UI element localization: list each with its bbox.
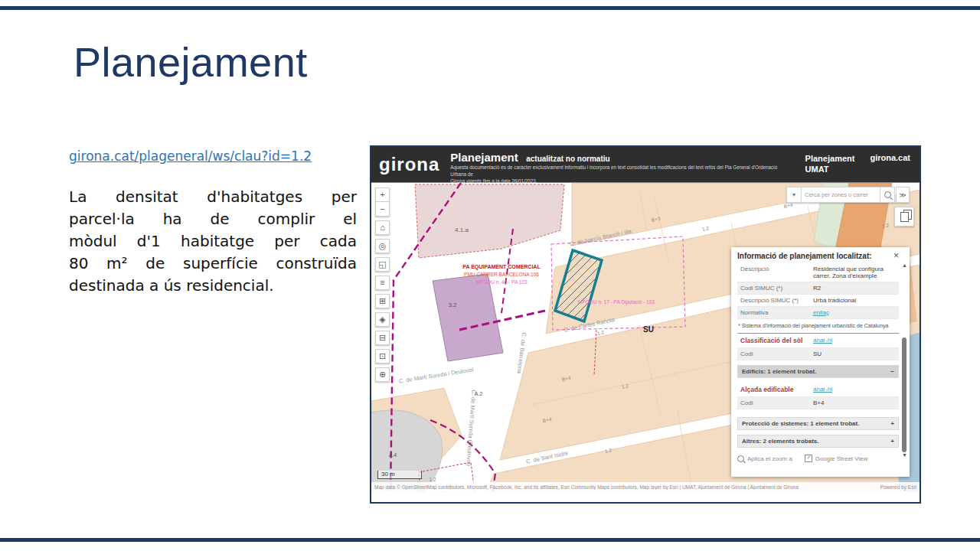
map-attribution: Map data © OpenStreetMap contributors, M… [371, 482, 920, 492]
parcel-code: B+4 [783, 202, 793, 209]
external-link-icon [805, 455, 812, 462]
panel-footer: Aplica el zoom a Google Street View [737, 455, 899, 462]
scroll-up-icon[interactable]: ▲ [902, 262, 907, 268]
body-paragraph: La densitat d'habitatges per parcel·la h… [69, 186, 357, 297]
search-source-dropdown[interactable]: ▾ [786, 187, 802, 203]
pages-icon [900, 212, 909, 222]
planning-info-panel: Informació de planejament localitzat: × … [731, 247, 910, 477]
panel-row: Normativa enllaç [737, 307, 899, 319]
street-label: C. de Martí Sureda (Deulovol) [465, 390, 477, 467]
map-canvas[interactable]: C. de Narcís Blanch i Illa C. de Carles … [371, 183, 920, 492]
zoom-icon [737, 455, 744, 462]
girona-url-link[interactable]: girona.cat/plageneral/ws/clau?id=1.2 [69, 148, 312, 164]
zone-label: A.2 [475, 391, 483, 396]
app-title: Planejament [450, 151, 518, 164]
locate-button[interactable]: ◎ [375, 239, 390, 253]
powered-by-esri: Powered by Esri [880, 484, 916, 490]
section-proteccio[interactable]: Protecció de sistemes: 1 element trobat.… [737, 417, 899, 430]
collapse-icon: − [890, 368, 894, 375]
header-app-name[interactable]: Planejament [805, 153, 855, 164]
layers-button[interactable]: ◈ [375, 312, 390, 327]
measure-button[interactable]: ⊡ [375, 349, 390, 364]
bottom-accent-bar [0, 538, 980, 542]
section-altres[interactable]: Altres: 2 elements trobats. + [737, 435, 899, 448]
header-right-links: Planejament UMAT girona.cat [805, 153, 910, 175]
map-toolbar: + − ⌂ ◎ ◱ ≡ ⊞ ◈ ⊟ ⊡ ⊕ [375, 187, 390, 382]
panel-row: Descripció Residencial que configura car… [737, 263, 899, 282]
panel-scrollbar[interactable] [902, 337, 906, 452]
parcel-code: 1.2 [429, 477, 436, 482]
presentation-slide: Planejament girona.cat/plageneral/ws/cla… [0, 0, 980, 551]
search-bar: ▾ ≫ [786, 187, 910, 203]
mpgou-label: MPGOU n. 17 - PA Diputació - 103 [578, 299, 655, 305]
parcel-code: 1.2 [701, 225, 710, 232]
anar-hi-link[interactable]: anar-hi [813, 386, 832, 393]
map-scale-bar: 30 m [377, 471, 422, 479]
panel-row: Codi SU [737, 348, 899, 360]
page-title: Planejament [74, 38, 308, 86]
expand-icon: + [890, 438, 894, 445]
body-line: mòdul d'1 habitatge per cada [69, 230, 357, 253]
panel-row: Codi SIMUC (*) R2 [737, 282, 899, 295]
section-edificis[interactable]: Edificis: 1 element trobat. − [737, 365, 899, 378]
panel-row: Descripció SIMUC (*) Urbà tradicional [737, 295, 899, 307]
panel-title: Informació de planejament localitzat: [737, 252, 872, 260]
zoom-out-button[interactable]: − [375, 202, 390, 217]
street-label: C. de Martí Sureda i Deulovol [398, 366, 474, 384]
zone-label: 3.2 [448, 302, 457, 308]
fullscreen-button[interactable]: ◱ [375, 257, 390, 272]
header-site-link[interactable]: girona.cat [870, 153, 910, 175]
body-line: La densitat d'habitatges per [69, 186, 357, 208]
group-heading: Alçada edificable anar-hi [737, 383, 899, 397]
home-button[interactable]: ⌂ [375, 220, 390, 235]
simuc-footnote: * Sistema d'informació del planejament u… [738, 323, 899, 328]
search-icon[interactable] [880, 187, 895, 203]
pa-label: MPGOU n. 46 - PA 103 [475, 279, 527, 285]
map-application-window: girona Planejament actualitzat no normat… [370, 145, 921, 504]
panel-row: Codi B+4 [737, 397, 899, 409]
pa-label: PMU CARRER BARCELONA 106 [464, 272, 539, 277]
su-label: SU [643, 325, 654, 334]
zone-label: 4.1.a [455, 227, 469, 233]
expand-icon: + [890, 420, 894, 427]
scroll-down-icon[interactable]: ▼ [902, 452, 907, 458]
normativa-link[interactable]: enllaç [813, 309, 829, 316]
print-button[interactable]: ⊟ [375, 331, 390, 345]
search-input[interactable] [802, 187, 880, 203]
pa-label: PA EQUIPAMENT COMERCIAL [462, 264, 541, 270]
top-accent-bar [0, 6, 980, 10]
overview-map-button[interactable] [894, 207, 914, 227]
basemap-gallery-button[interactable]: ⊞ [375, 294, 390, 308]
header-org-name: UMAT [805, 164, 855, 174]
app-title-suffix: actualitzat no normatiu [526, 155, 609, 163]
search-expand-button[interactable]: ≫ [896, 187, 910, 203]
street-view-action[interactable]: Google Street View [805, 455, 868, 462]
body-line: 80 m² de superfície construïda [69, 253, 357, 275]
girona-logo: girona [379, 154, 439, 175]
body-line: destinada a ús residencial. [69, 275, 357, 297]
apply-zoom-action[interactable]: Aplica el zoom a [737, 455, 792, 462]
zoom-in-button[interactable]: + [375, 187, 390, 202]
pan-button[interactable]: ⊕ [375, 367, 390, 382]
app-header: girona Planejament actualitzat no normat… [371, 147, 920, 183]
close-icon[interactable]: × [893, 252, 899, 259]
parcel-code: 1.2 [596, 329, 605, 336]
legend-button[interactable]: ≡ [375, 276, 390, 290]
group-heading: Classificació del sòl anar-hi [737, 333, 899, 348]
body-line: parcel·la ha de complir el [69, 208, 357, 230]
zone-label: A.4 [389, 452, 397, 458]
anar-hi-link[interactable]: anar-hi [813, 337, 832, 344]
